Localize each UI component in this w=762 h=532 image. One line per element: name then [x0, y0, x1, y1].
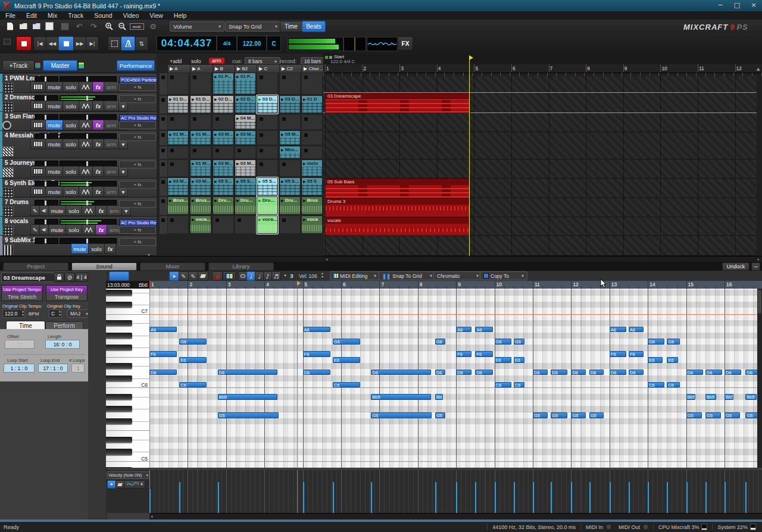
grid-clip[interactable]: ▶ 05 S... [235, 177, 256, 196]
loop-button[interactable] [108, 36, 121, 51]
fx-button[interactable]: fx [92, 186, 104, 197]
undo-icon[interactable]: ↶ [74, 21, 85, 31]
grid-arm-button[interactable]: arm [209, 58, 224, 64]
velocity-bar[interactable] [456, 482, 457, 513]
beats-mode-button[interactable]: Beats [302, 21, 326, 32]
midi-note[interactable]: E6 [667, 357, 677, 363]
performance-panel-button[interactable]: Performance [117, 60, 155, 71]
empty-clip-slot[interactable] [167, 114, 189, 130]
midi-note[interactable]: G5 [218, 412, 279, 418]
midi-note[interactable]: G5 [551, 412, 567, 418]
mute-button[interactable]: mute [45, 120, 63, 130]
midi-note[interactable]: G5 [371, 412, 432, 418]
track-name[interactable]: 8 vocals [5, 218, 28, 224]
grid-clip[interactable]: ▶ voca... [257, 215, 278, 234]
empty-clip-slot[interactable] [213, 114, 234, 130]
note-quarter-button[interactable]: ♩ [255, 271, 264, 281]
black-key[interactable] [106, 290, 132, 296]
note-whole-button[interactable] [238, 271, 247, 281]
black-key[interactable] [106, 302, 132, 308]
grid-clip[interactable]: ▶ Dru... [213, 196, 234, 215]
row-stop-button[interactable] [159, 73, 168, 95]
empty-clip-slot[interactable] [301, 130, 323, 145]
midi-note[interactable]: G6 [514, 339, 524, 345]
settings-gear-icon[interactable]: ⚙ [148, 21, 158, 31]
grid-clip[interactable]: ▶ 03 D... [257, 95, 278, 114]
oscilloscope-display[interactable] [367, 37, 398, 51]
mute-button[interactable]: mute [45, 82, 63, 92]
midi-note[interactable]: G6 [495, 339, 511, 345]
grid-clip[interactable]: ▶ 03 M... [235, 130, 256, 145]
midi-note[interactable]: D6 [571, 370, 586, 375]
mute-button[interactable]: mute [45, 166, 63, 177]
monitor-speaker-icon[interactable]: ◀) [39, 224, 49, 235]
grid-clip[interactable]: ▶ 05 S... [257, 177, 278, 196]
master-track-button[interactable]: Master [43, 60, 77, 71]
grid-clip[interactable]: ▶ 05 S... [279, 177, 301, 196]
midi-keyboard-icon[interactable] [30, 101, 46, 111]
midi-note[interactable]: G5 [533, 412, 548, 418]
velocity-bar[interactable] [551, 482, 552, 513]
velocity-bar[interactable] [514, 482, 515, 513]
track-header-3[interactable]: 3 Sun Flaremutesolofxarm▾AC Pro Studio R… [0, 112, 157, 131]
track-color-icon[interactable] [35, 62, 41, 69]
piano-keyboard[interactable]: C7C6C5 [106, 289, 150, 468]
mute-button[interactable]: mute [45, 139, 63, 149]
midi-note[interactable]: G5 [589, 412, 604, 418]
midi-keyboard-icon[interactable] [30, 166, 46, 177]
grid-clip[interactable]: ▶ 02 D... [213, 95, 234, 114]
automation-wave-icon[interactable] [79, 82, 93, 92]
arm-button[interactable]: arm [104, 101, 119, 111]
empty-clip-slot[interactable] [213, 215, 234, 234]
midi-note[interactable]: D6 [435, 370, 445, 375]
midi-note[interactable]: E6 [333, 357, 360, 363]
timeline-lane[interactable] [323, 132, 757, 159]
track-name[interactable]: 9 SubMix 1 [5, 237, 36, 243]
black-key[interactable] [106, 394, 132, 400]
midi-note[interactable]: C6 [667, 382, 680, 388]
solo-button[interactable]: solo [63, 101, 79, 111]
rewind-button[interactable]: ◀◀ [46, 36, 59, 51]
midi-note[interactable]: C6 [495, 382, 511, 388]
open-project-icon[interactable] [18, 21, 29, 31]
grid-clip[interactable]: ▶ Dru... [235, 196, 256, 215]
grid-clip[interactable]: ▶ Mes... [279, 146, 301, 159]
clip-name-field[interactable]: 03 Dreamscape [1, 273, 56, 282]
snap-to-grid-select[interactable]: ❚❚Snap To Grid▾ [379, 271, 436, 280]
empty-clip-slot[interactable] [279, 73, 301, 95]
grid-column-Chor...[interactable]: ▶ Chor... [301, 64, 325, 73]
midi-note[interactable]: D6 [149, 370, 177, 375]
row-stop-button[interactable] [159, 215, 168, 234]
fx-button[interactable]: FX [398, 36, 413, 51]
add-fx-button[interactable]: + fx [119, 161, 156, 168]
velocity-bar[interactable] [435, 482, 436, 513]
menu-sound[interactable]: Sound [89, 12, 117, 19]
automation-wave-icon[interactable] [79, 139, 93, 149]
timeline-lane[interactable] [323, 159, 757, 179]
midi-note[interactable]: E6 [179, 357, 207, 363]
black-key[interactable] [106, 320, 132, 326]
track-header-2[interactable]: 2 Dreamscapemutesolofxarm▾+ fx [0, 93, 157, 112]
automation-wave-icon[interactable] [79, 186, 93, 197]
midi-note[interactable]: D6 [475, 370, 492, 375]
row-stop-button[interactable] [159, 177, 168, 196]
time-stretch-button[interactable]: Time Stretch [1, 293, 43, 301]
empty-clip-slot[interactable] [235, 215, 256, 234]
mute-button[interactable]: mute [45, 101, 63, 111]
minimize-button[interactable]: − [712, 0, 729, 11]
menu-file[interactable]: File [0, 12, 21, 19]
arm-button[interactable]: arm [104, 82, 119, 92]
row-stop-button[interactable] [159, 95, 168, 114]
solo-button[interactable]: solo [63, 139, 79, 149]
grid-column-C[interactable]: ▶ C [257, 64, 280, 73]
arm-button[interactable]: arm [104, 166, 119, 177]
scale-select[interactable]: Chromatic▾ [433, 271, 482, 280]
note-eighth-button[interactable]: ♪ [263, 271, 272, 281]
midi-note[interactable]: G5 [724, 412, 740, 418]
tab-sound[interactable]: Sound [71, 262, 137, 271]
grid-clip[interactable]: ▶ 02 D... [235, 95, 256, 114]
empty-clip-slot[interactable] [167, 146, 189, 159]
velocity-select-tool[interactable]: ➤ [107, 480, 116, 489]
add-fx-button[interactable]: + fx [119, 121, 156, 129]
arm-button[interactable]: arm [104, 120, 119, 130]
